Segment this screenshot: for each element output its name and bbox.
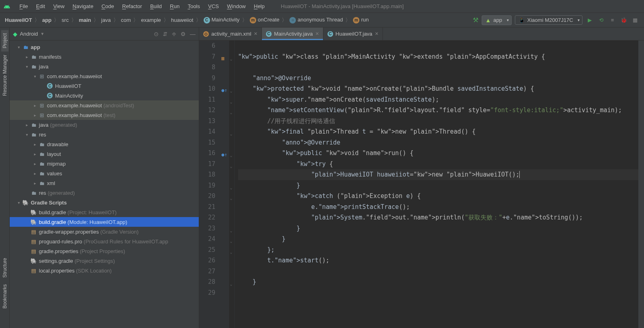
crumb-com[interactable]: com [121, 17, 131, 23]
fold-icon[interactable]: ⌄ [230, 279, 232, 290]
crumb-example[interactable]: example [141, 17, 161, 23]
close-icon[interactable]: ✕ [375, 31, 378, 36]
gutter-marker-icon[interactable]: ●↑ [221, 85, 227, 96]
menu-refactor[interactable]: Refactor [118, 2, 146, 11]
tab-HuaweiIOT-java[interactable]: CHuaweiIOT.java✕ [323, 28, 383, 40]
gutter-marker-icon[interactable]: ●↑ [221, 149, 227, 160]
select-opened-file-icon[interactable]: ⊙ [154, 31, 159, 37]
expand-all-icon[interactable]: ⇵ [163, 31, 168, 37]
run-config-selector[interactable]: ▲ app [482, 15, 512, 25]
crumb-mainactivity[interactable]: CMainActivity [204, 17, 240, 23]
tree-item-com-example-huaweiiot[interactable]: ▾⊞com.example.huaweiiot [10, 71, 199, 81]
apply-changes-icon[interactable]: ⟲ [597, 17, 605, 23]
tree-item-huaweiiot[interactable]: CHuaweiIOT [10, 81, 199, 91]
tab-activity_main-xml[interactable]: ◇activity_main.xml✕ [199, 28, 262, 40]
crumb-oncreate[interactable]: monCreate [250, 17, 279, 23]
tree-item-values[interactable]: ▸🖿values [10, 168, 199, 178]
fold-icon[interactable]: ⌄ [230, 86, 232, 97]
fold-icon[interactable]: ⌄ [230, 247, 232, 258]
fold-icon[interactable]: ⌄ [230, 150, 232, 161]
tree-item-res[interactable]: 🖿res (generated) [10, 188, 199, 198]
tree-item-layout[interactable]: ▸🖿layout [10, 149, 199, 159]
menu-run[interactable]: Run [166, 2, 184, 11]
menu-edit[interactable]: Edit [32, 2, 49, 11]
tree-item-gradle-scripts[interactable]: ▾🐘Gradle Scripts [10, 198, 199, 207]
avd-icon[interactable]: ▦ [631, 17, 639, 23]
fold-icon[interactable]: ⌄ [230, 129, 232, 140]
code-content[interactable]: "kw">public "kw">class "plain">MainActiv… [235, 40, 638, 328]
gear-icon[interactable]: ⚙ [181, 31, 186, 37]
tree-item-java[interactable]: ▸🖿java (generated) [10, 120, 199, 130]
tool-tab-bookmarks[interactable]: Bookmarks [1, 281, 9, 312]
fold-icon[interactable]: ⌄ [230, 97, 232, 108]
fold-icon[interactable]: ⌄ [230, 161, 232, 172]
fold-icon[interactable]: ⌄ [230, 236, 232, 247]
fold-icon[interactable]: ⌄ [230, 183, 232, 194]
crumb-src[interactable]: src [62, 17, 68, 23]
menu-code[interactable]: Code [98, 2, 118, 11]
tab-MainActivity-java[interactable]: CMainActivity.java✕ [262, 28, 323, 40]
panel-title[interactable]: Android [20, 31, 38, 37]
close-icon[interactable]: ✕ [254, 31, 257, 36]
tool-tab-project[interactable]: Project [1, 30, 9, 51]
editor-tabs: ◇activity_main.xml✕CMainActivity.java✕CH… [199, 28, 644, 40]
tree-item-local-properties[interactable]: ▤local.properties (SDK Location) [10, 266, 199, 275]
hide-icon[interactable]: — [190, 31, 196, 37]
tool-tab-structure[interactable]: Structure [1, 255, 9, 281]
tree-item-build-gradle[interactable]: 🐘build.gradle (Module: HuaweiIOT.app) [10, 217, 199, 227]
tree-item-manifests[interactable]: ▸🖿manifests [10, 52, 199, 62]
menu-vcs[interactable]: VCS [204, 2, 223, 11]
close-icon[interactable]: ✕ [315, 31, 319, 36]
code-editor[interactable]: 6789101112131415161718192021222324252627… [199, 40, 644, 328]
tree-item-gradle-properties[interactable]: ▤gradle.properties (Project Properties) [10, 246, 199, 256]
crumb-java[interactable]: java [101, 17, 111, 23]
tree-item-res[interactable]: ▾🖿res [10, 130, 199, 139]
crumb-huaweiiot[interactable]: HuaweiIOT [5, 17, 32, 23]
tree-item-com-example-huaweiiot[interactable]: ▸⊞com.example.huaweiiot (androidTest) [10, 100, 199, 110]
debug-icon[interactable]: 🐞 [620, 17, 628, 23]
tree-item-build-gradle[interactable]: 🐘build.gradle (Project: HuaweiIOT) [10, 207, 199, 217]
collapse-all-icon[interactable]: ≑ [172, 31, 176, 37]
crumb-anonymous-thread[interactable]: ○anonymous Thread [289, 17, 343, 23]
editor-area: ◇activity_main.xml✕CMainActivity.java✕CH… [199, 28, 644, 328]
android-icon: ▲ [485, 17, 491, 23]
tree-item-java[interactable]: ▾🖿java [10, 62, 199, 71]
crumb-run[interactable]: mrun [353, 17, 369, 23]
breadcrumb[interactable]: HuaweiIOT〉app〉src〉main〉java〉com〉example〉… [5, 17, 369, 24]
chevron-down-icon[interactable]: ▼ [40, 32, 45, 36]
tree-item-com-example-huaweiiot[interactable]: ▸⊞com.example.huaweiiot (test) [10, 110, 199, 120]
tree-item-settings-gradle[interactable]: 🐘settings.gradle (Project Settings) [10, 256, 199, 266]
main-menu-bar: FileEditViewNavigateCodeRefactorBuildRun… [0, 0, 644, 13]
device-selector[interactable]: 📱 Xiaomi M2007J17C [515, 15, 582, 25]
build-icon[interactable]: ⚒ [473, 16, 478, 24]
crumb-main[interactable]: main [79, 17, 91, 23]
fold-icon[interactable]: ⌄ [230, 193, 232, 204]
profile-icon[interactable]: ≡ [608, 17, 616, 23]
menu-tools[interactable]: Tools [184, 2, 204, 11]
run-icon[interactable]: ▶ [586, 17, 594, 23]
fold-icon[interactable]: ⌄ [230, 226, 232, 236]
menu-help[interactable]: Help [250, 2, 269, 11]
tree-item-xml[interactable]: ▸🖿xml [10, 178, 199, 188]
tool-tab-resource-manager[interactable]: Resource Manager [1, 51, 9, 99]
tree-item-proguard-rules-pro[interactable]: ▤proguard-rules.pro (ProGuard Rules for … [10, 236, 199, 246]
tree-item-gradle-wrapper-properties[interactable]: ▤gradle-wrapper.properties (Gradle Versi… [10, 227, 199, 236]
fold-icon[interactable]: ⌄ [230, 54, 232, 65]
fold-icon[interactable]: ⌄ [230, 107, 232, 118]
tree-item-mainactivity[interactable]: CMainActivity [10, 91, 199, 100]
menu-navigate[interactable]: Navigate [68, 2, 97, 11]
project-tree[interactable]: ▾🖿app▸🖿manifests▾🖿java▾⊞com.example.huaw… [10, 40, 199, 328]
menu-build[interactable]: Build [146, 2, 166, 11]
tree-item-drawable[interactable]: ▸🖿drawable [10, 139, 199, 149]
line-numbers: 6789101112131415161718192021222324252627… [199, 40, 220, 328]
panel-header: ◆ Android ▼ ⊙ ⇵ ≑ ⚙ — [10, 28, 199, 40]
tree-item-app[interactable]: ▾🖿app [10, 42, 199, 52]
crumb-app[interactable]: app [42, 17, 51, 23]
scrollbar[interactable] [638, 40, 644, 328]
gutter-marker-icon[interactable]: ▦ [221, 53, 224, 64]
menu-view[interactable]: View [49, 2, 68, 11]
tree-item-mipmap[interactable]: ▸🖿mipmap [10, 159, 199, 168]
menu-window[interactable]: Window [223, 2, 250, 11]
menu-file[interactable]: File [15, 2, 32, 11]
crumb-huaweiiot[interactable]: huaweiiot [171, 17, 193, 23]
